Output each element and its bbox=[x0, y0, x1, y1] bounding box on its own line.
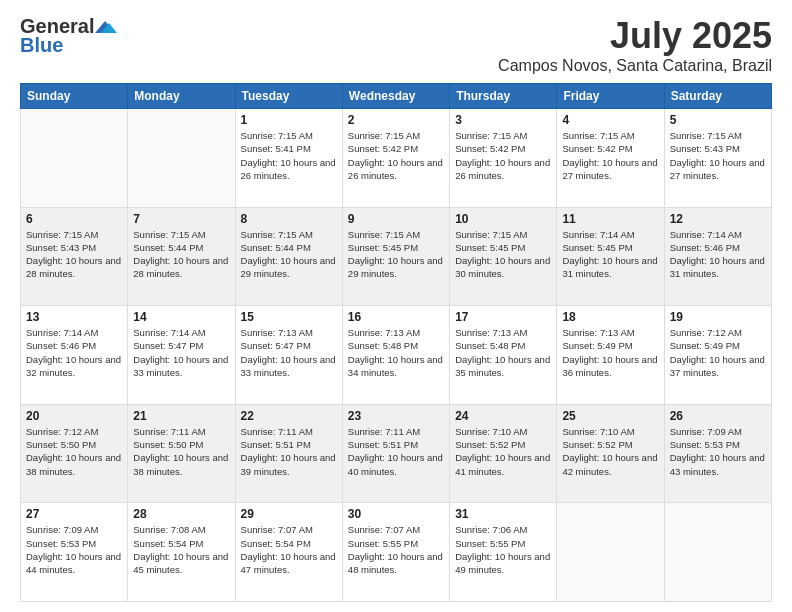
calendar-cell bbox=[21, 109, 128, 208]
calendar-cell bbox=[557, 503, 664, 602]
calendar-table: SundayMondayTuesdayWednesdayThursdayFrid… bbox=[20, 83, 772, 602]
day-number: 3 bbox=[455, 113, 551, 127]
day-info: Sunrise: 7:11 AM Sunset: 5:50 PM Dayligh… bbox=[133, 425, 229, 478]
col-header-sunday: Sunday bbox=[21, 84, 128, 109]
day-info: Sunrise: 7:10 AM Sunset: 5:52 PM Dayligh… bbox=[562, 425, 658, 478]
day-number: 21 bbox=[133, 409, 229, 423]
day-number: 24 bbox=[455, 409, 551, 423]
calendar-cell: 8Sunrise: 7:15 AM Sunset: 5:44 PM Daylig… bbox=[235, 207, 342, 306]
subtitle: Campos Novos, Santa Catarina, Brazil bbox=[498, 57, 772, 75]
day-number: 19 bbox=[670, 310, 766, 324]
day-number: 6 bbox=[26, 212, 122, 226]
col-header-monday: Monday bbox=[128, 84, 235, 109]
day-info: Sunrise: 7:15 AM Sunset: 5:42 PM Dayligh… bbox=[455, 129, 551, 182]
day-info: Sunrise: 7:14 AM Sunset: 5:47 PM Dayligh… bbox=[133, 326, 229, 379]
calendar-week-3: 13Sunrise: 7:14 AM Sunset: 5:46 PM Dayli… bbox=[21, 306, 772, 405]
calendar-cell: 24Sunrise: 7:10 AM Sunset: 5:52 PM Dayli… bbox=[450, 404, 557, 503]
title-block: July 2025 Campos Novos, Santa Catarina, … bbox=[498, 15, 772, 75]
day-number: 11 bbox=[562, 212, 658, 226]
day-info: Sunrise: 7:15 AM Sunset: 5:43 PM Dayligh… bbox=[670, 129, 766, 182]
day-number: 2 bbox=[348, 113, 444, 127]
logo: General Blue bbox=[20, 15, 118, 57]
calendar-week-1: 1Sunrise: 7:15 AM Sunset: 5:41 PM Daylig… bbox=[21, 109, 772, 208]
day-info: Sunrise: 7:15 AM Sunset: 5:44 PM Dayligh… bbox=[133, 228, 229, 281]
page: General Blue July 2025 Campos Novos, San… bbox=[0, 0, 792, 612]
day-number: 30 bbox=[348, 507, 444, 521]
day-info: Sunrise: 7:12 AM Sunset: 5:49 PM Dayligh… bbox=[670, 326, 766, 379]
calendar-cell bbox=[128, 109, 235, 208]
day-number: 26 bbox=[670, 409, 766, 423]
day-number: 29 bbox=[241, 507, 337, 521]
calendar-cell: 14Sunrise: 7:14 AM Sunset: 5:47 PM Dayli… bbox=[128, 306, 235, 405]
day-info: Sunrise: 7:13 AM Sunset: 5:47 PM Dayligh… bbox=[241, 326, 337, 379]
calendar-cell: 6Sunrise: 7:15 AM Sunset: 5:43 PM Daylig… bbox=[21, 207, 128, 306]
calendar-cell: 25Sunrise: 7:10 AM Sunset: 5:52 PM Dayli… bbox=[557, 404, 664, 503]
day-number: 9 bbox=[348, 212, 444, 226]
calendar-cell: 3Sunrise: 7:15 AM Sunset: 5:42 PM Daylig… bbox=[450, 109, 557, 208]
logo-icon bbox=[95, 19, 117, 35]
calendar-cell: 28Sunrise: 7:08 AM Sunset: 5:54 PM Dayli… bbox=[128, 503, 235, 602]
calendar-cell: 20Sunrise: 7:12 AM Sunset: 5:50 PM Dayli… bbox=[21, 404, 128, 503]
day-info: Sunrise: 7:09 AM Sunset: 5:53 PM Dayligh… bbox=[26, 523, 122, 576]
day-info: Sunrise: 7:11 AM Sunset: 5:51 PM Dayligh… bbox=[348, 425, 444, 478]
day-info: Sunrise: 7:15 AM Sunset: 5:44 PM Dayligh… bbox=[241, 228, 337, 281]
calendar-cell: 5Sunrise: 7:15 AM Sunset: 5:43 PM Daylig… bbox=[664, 109, 771, 208]
day-number: 15 bbox=[241, 310, 337, 324]
calendar-cell: 23Sunrise: 7:11 AM Sunset: 5:51 PM Dayli… bbox=[342, 404, 449, 503]
day-info: Sunrise: 7:06 AM Sunset: 5:55 PM Dayligh… bbox=[455, 523, 551, 576]
calendar-header-row: SundayMondayTuesdayWednesdayThursdayFrid… bbox=[21, 84, 772, 109]
calendar-week-4: 20Sunrise: 7:12 AM Sunset: 5:50 PM Dayli… bbox=[21, 404, 772, 503]
header: General Blue July 2025 Campos Novos, San… bbox=[20, 15, 772, 75]
day-number: 31 bbox=[455, 507, 551, 521]
day-number: 22 bbox=[241, 409, 337, 423]
calendar-cell: 18Sunrise: 7:13 AM Sunset: 5:49 PM Dayli… bbox=[557, 306, 664, 405]
day-info: Sunrise: 7:07 AM Sunset: 5:55 PM Dayligh… bbox=[348, 523, 444, 576]
calendar-cell bbox=[664, 503, 771, 602]
col-header-wednesday: Wednesday bbox=[342, 84, 449, 109]
day-number: 16 bbox=[348, 310, 444, 324]
day-info: Sunrise: 7:13 AM Sunset: 5:48 PM Dayligh… bbox=[455, 326, 551, 379]
day-info: Sunrise: 7:14 AM Sunset: 5:46 PM Dayligh… bbox=[26, 326, 122, 379]
day-number: 5 bbox=[670, 113, 766, 127]
col-header-tuesday: Tuesday bbox=[235, 84, 342, 109]
calendar-cell: 19Sunrise: 7:12 AM Sunset: 5:49 PM Dayli… bbox=[664, 306, 771, 405]
day-number: 12 bbox=[670, 212, 766, 226]
calendar-week-5: 27Sunrise: 7:09 AM Sunset: 5:53 PM Dayli… bbox=[21, 503, 772, 602]
calendar-cell: 31Sunrise: 7:06 AM Sunset: 5:55 PM Dayli… bbox=[450, 503, 557, 602]
day-info: Sunrise: 7:14 AM Sunset: 5:45 PM Dayligh… bbox=[562, 228, 658, 281]
col-header-saturday: Saturday bbox=[664, 84, 771, 109]
calendar-week-2: 6Sunrise: 7:15 AM Sunset: 5:43 PM Daylig… bbox=[21, 207, 772, 306]
day-info: Sunrise: 7:14 AM Sunset: 5:46 PM Dayligh… bbox=[670, 228, 766, 281]
day-info: Sunrise: 7:15 AM Sunset: 5:45 PM Dayligh… bbox=[348, 228, 444, 281]
day-info: Sunrise: 7:07 AM Sunset: 5:54 PM Dayligh… bbox=[241, 523, 337, 576]
calendar-cell: 17Sunrise: 7:13 AM Sunset: 5:48 PM Dayli… bbox=[450, 306, 557, 405]
day-info: Sunrise: 7:10 AM Sunset: 5:52 PM Dayligh… bbox=[455, 425, 551, 478]
day-number: 18 bbox=[562, 310, 658, 324]
calendar-cell: 29Sunrise: 7:07 AM Sunset: 5:54 PM Dayli… bbox=[235, 503, 342, 602]
day-number: 25 bbox=[562, 409, 658, 423]
day-number: 23 bbox=[348, 409, 444, 423]
day-number: 4 bbox=[562, 113, 658, 127]
day-number: 1 bbox=[241, 113, 337, 127]
calendar-cell: 11Sunrise: 7:14 AM Sunset: 5:45 PM Dayli… bbox=[557, 207, 664, 306]
col-header-thursday: Thursday bbox=[450, 84, 557, 109]
calendar-cell: 10Sunrise: 7:15 AM Sunset: 5:45 PM Dayli… bbox=[450, 207, 557, 306]
day-number: 27 bbox=[26, 507, 122, 521]
calendar-cell: 27Sunrise: 7:09 AM Sunset: 5:53 PM Dayli… bbox=[21, 503, 128, 602]
day-number: 8 bbox=[241, 212, 337, 226]
day-number: 7 bbox=[133, 212, 229, 226]
day-number: 20 bbox=[26, 409, 122, 423]
day-info: Sunrise: 7:13 AM Sunset: 5:49 PM Dayligh… bbox=[562, 326, 658, 379]
day-info: Sunrise: 7:15 AM Sunset: 5:45 PM Dayligh… bbox=[455, 228, 551, 281]
day-info: Sunrise: 7:08 AM Sunset: 5:54 PM Dayligh… bbox=[133, 523, 229, 576]
col-header-friday: Friday bbox=[557, 84, 664, 109]
day-info: Sunrise: 7:15 AM Sunset: 5:42 PM Dayligh… bbox=[562, 129, 658, 182]
calendar-cell: 16Sunrise: 7:13 AM Sunset: 5:48 PM Dayli… bbox=[342, 306, 449, 405]
day-number: 10 bbox=[455, 212, 551, 226]
calendar-cell: 26Sunrise: 7:09 AM Sunset: 5:53 PM Dayli… bbox=[664, 404, 771, 503]
calendar-cell: 9Sunrise: 7:15 AM Sunset: 5:45 PM Daylig… bbox=[342, 207, 449, 306]
day-info: Sunrise: 7:15 AM Sunset: 5:43 PM Dayligh… bbox=[26, 228, 122, 281]
calendar-cell: 12Sunrise: 7:14 AM Sunset: 5:46 PM Dayli… bbox=[664, 207, 771, 306]
calendar-cell: 2Sunrise: 7:15 AM Sunset: 5:42 PM Daylig… bbox=[342, 109, 449, 208]
day-info: Sunrise: 7:09 AM Sunset: 5:53 PM Dayligh… bbox=[670, 425, 766, 478]
